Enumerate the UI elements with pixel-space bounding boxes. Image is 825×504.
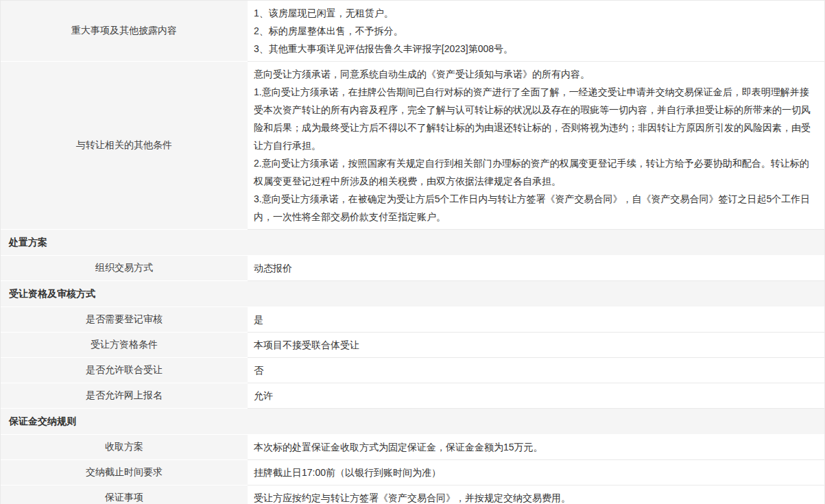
value-line: 1.意向受让方须承诺，在挂牌公告期间已自行对标的资产进行了全面了解，一经递交受让…	[254, 83, 812, 154]
field-label: 是否需要登记审核	[1, 307, 248, 333]
field-label: 组织交易方式	[1, 256, 248, 281]
table-row: 是否需要登记审核 是	[1, 307, 824, 333]
value-line: 意向受让方须承诺，同意系统自动生成的《资产受让须知与承诺》的所有内容。	[254, 65, 812, 83]
field-label: 是否允许网上报名	[1, 383, 248, 409]
table-row: 与转让相关的其他条件 意向受让方须承诺，同意系统自动生成的《资产受让须知与承诺》…	[1, 62, 824, 230]
table-row: 是否允许联合受让 否	[1, 358, 824, 383]
table-row: 组织交易方式 动态报价	[1, 256, 824, 281]
value-line: 1、该房屋现已闲置，无租赁户。	[254, 4, 812, 22]
field-value: 本次标的处置保证金收取方式为固定保证金，保证金金额为15万元。	[248, 435, 824, 460]
section-header-transferee-qualification: 受让资格及审核方式	[1, 281, 824, 307]
field-label: 保证事项	[1, 485, 248, 504]
value-line: 2、标的房屋整体出售，不予拆分。	[254, 22, 812, 40]
field-label: 受让方资格条件	[1, 333, 248, 358]
table-row: 受让方资格条件 本项目不接受联合体受让	[1, 333, 824, 358]
section-header-disposal-plan: 处置方案	[1, 230, 824, 256]
table-row: 重大事项及其他披露内容 1、该房屋现已闲置，无租赁户。 2、标的房屋整体出售，不…	[1, 1, 824, 62]
field-value: 本项目不接受联合体受让	[248, 333, 824, 358]
field-label: 重大事项及其他披露内容	[1, 1, 248, 62]
value-line: 2.意向受让方须承诺，按照国家有关规定自行到相关部门办理标的资产的权属变更登记手…	[254, 154, 812, 190]
field-value: 动态报价	[248, 256, 824, 281]
field-label: 是否允许联合受让	[1, 358, 248, 383]
table-row: 交纳截止时间要求 挂牌截止日17:00前（以银行到账时间为准）	[1, 460, 824, 485]
field-value: 受让方应按约定与转让方签署《资产交易合同》，并按规定交纳交易费用。	[248, 485, 824, 504]
asset-detail-table: 重大事项及其他披露内容 1、该房屋现已闲置，无租赁户。 2、标的房屋整体出售，不…	[0, 0, 825, 504]
value-line: 3.意向受让方须承诺，在被确定为受让方后5个工作日内与转让方签署《资产交易合同》…	[254, 190, 812, 226]
value-line: 3、其他重大事项详见评估报告鲁久丰评报字[2023]第008号。	[254, 40, 812, 58]
section-header-deposit-rules: 保证金交纳规则	[1, 409, 824, 435]
field-value: 1、该房屋现已闲置，无租赁户。 2、标的房屋整体出售，不予拆分。 3、其他重大事…	[248, 1, 824, 62]
table-row: 收取方案 本次标的处置保证金收取方式为固定保证金，保证金金额为15万元。	[1, 435, 824, 460]
field-label: 与转让相关的其他条件	[1, 62, 248, 230]
table-row: 是否允许网上报名 允许	[1, 383, 824, 409]
field-value: 意向受让方须承诺，同意系统自动生成的《资产受让须知与承诺》的所有内容。 1.意向…	[248, 62, 824, 230]
field-value: 否	[248, 358, 824, 383]
field-value: 允许	[248, 383, 824, 409]
table-row: 保证事项 受让方应按约定与转让方签署《资产交易合同》，并按规定交纳交易费用。	[1, 485, 824, 504]
field-label: 交纳截止时间要求	[1, 460, 248, 485]
field-value: 是	[248, 307, 824, 333]
field-value: 挂牌截止日17:00前（以银行到账时间为准）	[248, 460, 824, 485]
field-label: 收取方案	[1, 435, 248, 460]
